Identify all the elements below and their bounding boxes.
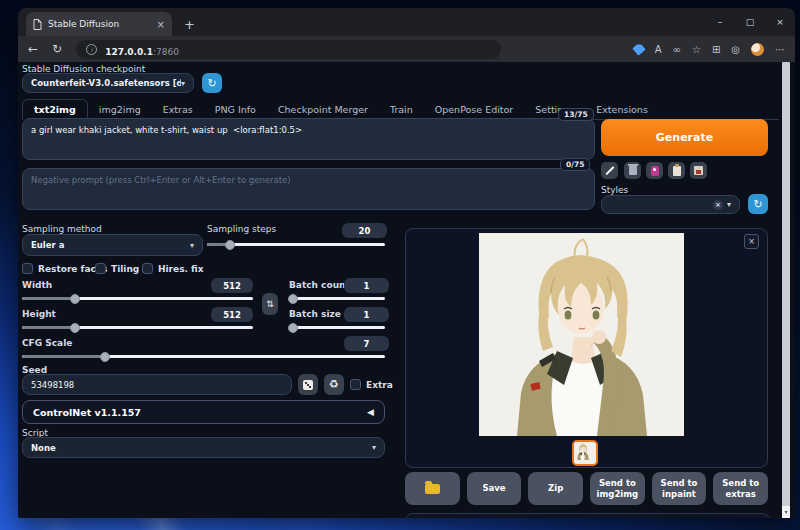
script-dropdown[interactable]: None ▾ bbox=[22, 437, 385, 458]
address-bar[interactable]: i 127.0.0.1:7860 bbox=[76, 40, 501, 59]
tab-openpose-editor[interactable]: OpenPose Editor bbox=[424, 100, 525, 119]
height-slider[interactable] bbox=[22, 326, 253, 329]
paste-params-button[interactable] bbox=[601, 162, 618, 179]
shopping-icon[interactable] bbox=[632, 42, 646, 56]
slider-handle[interactable] bbox=[70, 323, 80, 333]
extensions-icon[interactable]: ◎ bbox=[731, 44, 740, 55]
slider-handle[interactable] bbox=[225, 240, 235, 250]
tab-extensions[interactable]: Extensions bbox=[585, 100, 659, 119]
random-seed-button[interactable] bbox=[298, 374, 318, 395]
width-slider[interactable] bbox=[22, 297, 253, 300]
read-aloud-icon[interactable]: A bbox=[655, 44, 662, 55]
output-gallery: × bbox=[405, 228, 768, 468]
tab-train[interactable]: Train bbox=[379, 100, 424, 119]
favorites-icon[interactable]: ☆ bbox=[692, 44, 701, 55]
generate-button[interactable]: Generate bbox=[601, 119, 768, 156]
accordion-collapsed-icon: ◀ bbox=[367, 407, 374, 417]
scroll-down-icon[interactable]: ▾ bbox=[782, 506, 790, 518]
batch-size-label: Batch size bbox=[289, 309, 341, 319]
swap-dimensions-button[interactable]: ⇅ bbox=[262, 293, 278, 315]
maximize-button[interactable]: □ bbox=[735, 8, 765, 36]
hires-fix-checkbox[interactable] bbox=[142, 263, 153, 274]
restore-faces-checkbox[interactable] bbox=[22, 263, 33, 274]
tiling-label: Tiling bbox=[111, 264, 139, 274]
sampling-steps-slider[interactable] bbox=[207, 243, 385, 246]
slider-handle[interactable] bbox=[100, 352, 110, 362]
batch-count-label: Batch count bbox=[289, 280, 350, 290]
cfg-scale-value[interactable]: 7 bbox=[344, 336, 389, 351]
back-icon[interactable]: ← bbox=[28, 42, 38, 56]
tab-img2img[interactable]: img2img bbox=[88, 100, 152, 119]
apply-style-button[interactable] bbox=[668, 162, 685, 179]
width-value[interactable]: 512 bbox=[211, 278, 253, 293]
width-label: Width bbox=[22, 280, 52, 290]
reuse-seed-button[interactable]: ♻ bbox=[324, 374, 344, 395]
cfg-scale-label: CFG Scale bbox=[22, 338, 72, 348]
slider-handle[interactable] bbox=[288, 323, 298, 333]
controlnet-accordion[interactable]: ControlNet v1.1.157 ◀ bbox=[22, 400, 385, 424]
minimize-button[interactable]: – bbox=[705, 8, 735, 36]
negative-prompt-input[interactable] bbox=[22, 168, 595, 210]
gallery-close-icon[interactable]: × bbox=[744, 234, 759, 249]
cfg-scale-slider[interactable] bbox=[22, 355, 385, 358]
send-to-img2img-button[interactable]: Send to img2img bbox=[590, 472, 645, 505]
batch-count-value[interactable]: 1 bbox=[344, 278, 389, 293]
batch-count-slider[interactable] bbox=[289, 297, 385, 300]
save-style-button[interactable] bbox=[690, 162, 707, 179]
chevron-down-icon: ▾ bbox=[372, 443, 376, 452]
extra-seed-checkbox[interactable] bbox=[350, 379, 361, 390]
sampling-steps-label: Sampling steps bbox=[207, 224, 276, 234]
generation-info-panel bbox=[405, 513, 770, 518]
page-content: Stable Diffusion checkpoint Counterfeit-… bbox=[18, 62, 795, 518]
prompt-input[interactable]: a girl wear khaki jacket, white t-shirt,… bbox=[22, 118, 595, 160]
send-to-extras-button[interactable]: Send to extras bbox=[713, 472, 768, 505]
reload-icon[interactable]: ↻ bbox=[52, 42, 62, 56]
scrollbar[interactable]: ▾ bbox=[782, 62, 790, 518]
seed-input[interactable] bbox=[22, 374, 292, 395]
site-info-icon[interactable]: i bbox=[86, 44, 97, 55]
immersive-reader-icon[interactable]: ∞ bbox=[673, 44, 681, 55]
generate-label: Generate bbox=[656, 131, 713, 144]
refresh-icon: ↻ bbox=[753, 198, 762, 211]
tab-close-icon[interactable]: × bbox=[157, 19, 165, 30]
gallery-thumbnail[interactable] bbox=[572, 440, 598, 466]
new-tab-button[interactable]: + bbox=[184, 17, 195, 32]
extra-seed-label: Extra bbox=[366, 380, 393, 390]
generated-image[interactable] bbox=[479, 233, 684, 436]
tab-checkpoint-merger[interactable]: Checkpoint Merger bbox=[267, 100, 379, 119]
tab-txt2img[interactable]: txt2img bbox=[22, 99, 88, 120]
browser-tab[interactable]: Stable Diffusion × bbox=[26, 12, 172, 36]
collections-icon[interactable]: ⊞ bbox=[712, 44, 720, 55]
sampling-steps-value[interactable]: 20 bbox=[342, 223, 387, 238]
batch-size-slider[interactable] bbox=[289, 326, 385, 329]
tiling-checkbox[interactable] bbox=[95, 263, 106, 274]
tab-extras[interactable]: Extras bbox=[152, 100, 204, 119]
open-folder-button[interactable] bbox=[405, 472, 460, 505]
save-button[interactable]: Save bbox=[467, 472, 522, 505]
checkpoint-refresh-button[interactable]: ↻ bbox=[202, 73, 222, 93]
slider-handle[interactable] bbox=[288, 294, 298, 304]
styles-dropdown[interactable]: × ▾ bbox=[601, 195, 740, 214]
height-value[interactable]: 512 bbox=[211, 307, 253, 322]
sampling-method-dropdown[interactable]: Euler a ▾ bbox=[22, 234, 203, 256]
batch-size-value[interactable]: 1 bbox=[344, 307, 389, 322]
folder-icon bbox=[425, 484, 440, 494]
more-menu-icon[interactable]: ⋯ bbox=[775, 44, 785, 55]
extra-networks-button[interactable] bbox=[646, 162, 663, 179]
send-to-inpaint-button[interactable]: Send to inpaint bbox=[652, 472, 707, 505]
page-favicon-icon bbox=[33, 19, 42, 30]
close-button[interactable]: × bbox=[765, 8, 795, 36]
clear-styles-icon[interactable]: × bbox=[713, 200, 723, 210]
styles-refresh-button[interactable]: ↻ bbox=[748, 194, 768, 214]
slider-handle[interactable] bbox=[70, 294, 80, 304]
profile-avatar[interactable] bbox=[751, 43, 764, 56]
url-port: :7860 bbox=[153, 47, 179, 57]
output-actions: Save Zip Send to img2img Send to inpaint… bbox=[405, 472, 768, 505]
script-value: None bbox=[31, 443, 56, 453]
clear-prompt-button[interactable] bbox=[624, 162, 641, 179]
checkpoint-dropdown[interactable]: Counterfeit-V3.0.safetensors [db6cd0a62d… bbox=[22, 73, 194, 93]
zip-button[interactable]: Zip bbox=[528, 472, 583, 505]
tab-png-info[interactable]: PNG Info bbox=[204, 100, 267, 119]
floppy-disk-icon bbox=[694, 166, 703, 175]
toolbar-icons: A ∞ ☆ ⊞ ◎ ⋯ bbox=[634, 43, 785, 56]
